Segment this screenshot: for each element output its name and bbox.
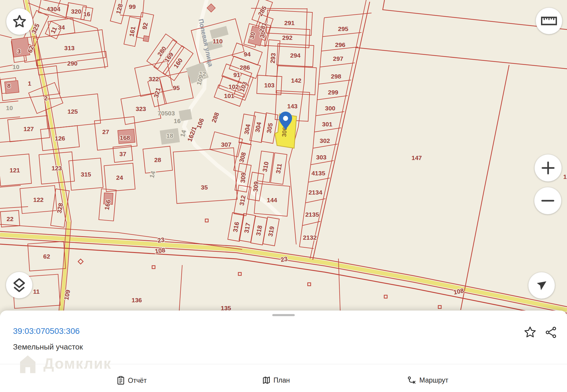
svg-text:4304: 4304 xyxy=(47,6,61,12)
plus-icon xyxy=(541,161,555,175)
svg-text:3: 3 xyxy=(17,48,21,55)
svg-text:286: 286 xyxy=(239,64,250,71)
svg-text:22: 22 xyxy=(6,215,13,222)
svg-text:2: 2 xyxy=(44,95,48,102)
layers-button[interactable] xyxy=(6,272,32,298)
svg-text:62: 62 xyxy=(43,253,50,260)
layers-icon xyxy=(12,277,27,293)
svg-text:24: 24 xyxy=(116,174,123,181)
svg-text:27: 27 xyxy=(102,128,109,135)
svg-text:302: 302 xyxy=(320,137,330,144)
svg-text:34: 34 xyxy=(58,24,65,31)
minus-icon xyxy=(541,194,555,208)
svg-text:292: 292 xyxy=(282,34,292,41)
svg-text:293: 293 xyxy=(269,53,277,64)
svg-text:91: 91 xyxy=(233,71,240,78)
svg-text:142: 142 xyxy=(291,77,301,84)
plan-icon xyxy=(262,376,271,384)
svg-text:322: 322 xyxy=(149,76,159,82)
svg-text:110: 110 xyxy=(213,38,223,45)
domclick-watermark: Домклик xyxy=(16,352,111,375)
toolbar-divider xyxy=(0,364,567,364)
svg-text:123: 123 xyxy=(51,165,62,172)
svg-text:147: 147 xyxy=(411,154,422,161)
svg-text:95: 95 xyxy=(173,84,180,91)
svg-text:300: 300 xyxy=(325,105,335,112)
svg-text:1: 1 xyxy=(563,173,567,180)
favorites-button[interactable] xyxy=(6,8,33,35)
sheet-drag-handle[interactable] xyxy=(272,314,295,316)
svg-text:320: 320 xyxy=(71,8,81,15)
navigation-arrow-icon xyxy=(535,279,548,292)
svg-text:99: 99 xyxy=(129,3,136,10)
svg-text:8: 8 xyxy=(7,82,11,89)
svg-text:70503: 70503 xyxy=(158,110,175,117)
svg-text:1: 1 xyxy=(28,80,31,87)
svg-text:35: 35 xyxy=(201,184,208,191)
svg-text:309: 309 xyxy=(252,181,260,192)
ruler-icon xyxy=(541,17,557,25)
svg-text:290: 290 xyxy=(67,60,77,67)
svg-text:127: 127 xyxy=(23,125,34,132)
svg-text:121: 121 xyxy=(9,167,20,174)
parcel-bottom-sheet: 39:03:070503:306 Земельный участок Домкл… xyxy=(0,311,567,392)
star-outline-icon xyxy=(523,325,537,339)
zoom-in-button[interactable] xyxy=(535,154,562,182)
svg-text:108: 108 xyxy=(154,246,166,255)
svg-text:10: 10 xyxy=(6,104,13,111)
route-label: Маршрут xyxy=(419,376,448,384)
svg-text:122: 122 xyxy=(33,196,43,203)
svg-text:299: 299 xyxy=(328,89,338,96)
svg-text:168: 168 xyxy=(120,134,130,141)
svg-text:144: 144 xyxy=(267,197,277,203)
watermark-text: Домклик xyxy=(43,355,111,372)
report-action[interactable]: Отчёт xyxy=(117,376,147,385)
report-label: Отчёт xyxy=(128,377,147,385)
svg-text:295: 295 xyxy=(338,25,348,32)
svg-text:291: 291 xyxy=(284,19,294,26)
svg-text:103: 103 xyxy=(264,82,274,89)
svg-text:92: 92 xyxy=(141,22,149,30)
svg-text:23: 23 xyxy=(280,255,288,263)
svg-text:28: 28 xyxy=(154,156,161,163)
svg-text:301: 301 xyxy=(322,121,332,128)
svg-text:102: 102 xyxy=(228,83,239,90)
svg-text:94: 94 xyxy=(244,51,251,58)
svg-text:16: 16 xyxy=(83,11,90,17)
svg-text:16: 16 xyxy=(174,117,180,124)
route-icon xyxy=(408,376,416,384)
favorite-parcel-button[interactable] xyxy=(523,325,537,340)
share-button[interactable] xyxy=(545,326,558,340)
svg-text:323: 323 xyxy=(136,105,146,112)
svg-text:296: 296 xyxy=(335,41,345,48)
route-action[interactable]: Маршрут xyxy=(408,376,448,384)
cadastral-number-link[interactable]: 39:03:070503:306 xyxy=(13,326,80,336)
svg-text:294: 294 xyxy=(290,52,300,59)
domclick-logo-icon xyxy=(16,352,39,375)
plan-action[interactable]: План xyxy=(262,376,290,384)
measure-button[interactable] xyxy=(536,8,562,34)
star-icon xyxy=(12,14,27,29)
svg-text:2135: 2135 xyxy=(305,211,319,218)
svg-text:2132: 2132 xyxy=(303,234,317,241)
parcel-type-label: Земельный участок xyxy=(13,342,83,352)
svg-text:143: 143 xyxy=(287,103,297,110)
svg-text:18: 18 xyxy=(166,132,173,139)
svg-text:309: 309 xyxy=(239,172,247,183)
zoom-out-button[interactable] xyxy=(534,187,561,214)
svg-text:126: 126 xyxy=(55,135,65,142)
compass-button[interactable] xyxy=(528,272,555,299)
svg-text:313: 313 xyxy=(64,45,74,51)
svg-text:4135: 4135 xyxy=(312,170,325,177)
svg-text:37: 37 xyxy=(119,151,126,157)
svg-text:2134: 2134 xyxy=(309,189,322,196)
share-icon xyxy=(545,326,558,339)
svg-text:297: 297 xyxy=(333,55,343,62)
svg-text:136: 136 xyxy=(131,297,142,303)
svg-text:298: 298 xyxy=(331,73,341,80)
svg-text:101: 101 xyxy=(224,92,234,99)
svg-text:23: 23 xyxy=(157,236,165,244)
svg-text:125: 125 xyxy=(67,108,78,115)
svg-text:11: 11 xyxy=(33,288,40,295)
svg-text:303: 303 xyxy=(316,154,326,161)
